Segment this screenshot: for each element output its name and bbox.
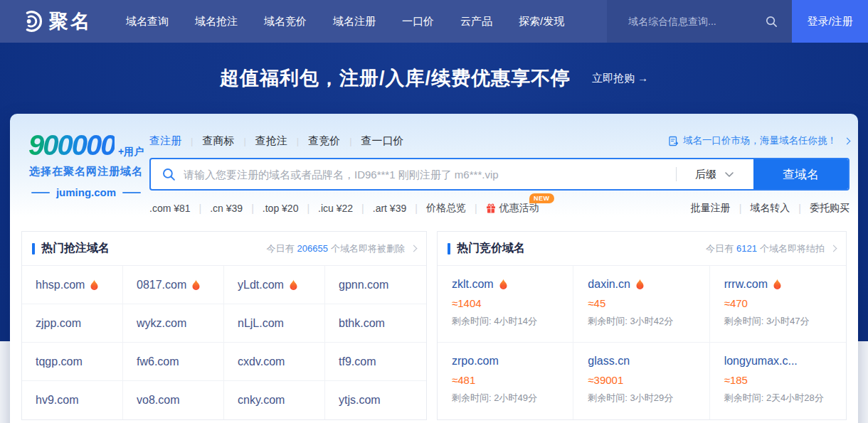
tab-check-trademark[interactable]: 查商标 — [202, 134, 234, 148]
auction-price: ≈185 — [724, 374, 842, 386]
user-count: 900000 — [28, 129, 115, 161]
grab-domain-cell[interactable]: hhsp.com — [22, 266, 123, 304]
grab-domain-cell[interactable]: wykz.com — [123, 304, 224, 343]
grab-domain-cell[interactable]: vo8.com — [123, 381, 224, 419]
separator: | — [798, 203, 801, 214]
flame-icon — [289, 279, 298, 291]
grab-domain-cell[interactable]: tf9.com — [325, 343, 426, 381]
navbar-search-box[interactable] — [607, 0, 792, 43]
price-link-icu[interactable]: .icu ¥22 — [318, 203, 353, 214]
grab-domain-cell[interactable]: gpnn.com — [325, 266, 426, 304]
grab-domain-cell[interactable]: bthk.com — [325, 304, 426, 343]
fixed-price-market-link[interactable]: 域名一口价市场，海量域名任你挑！ — [668, 134, 850, 147]
banner-cta-link[interactable]: 立即抢购 → — [592, 72, 648, 85]
grab-domain-cell[interactable]: tqgp.com — [22, 343, 123, 381]
grab-domain-cell[interactable]: zjpp.com — [22, 304, 123, 343]
juming-logo[interactable]: 聚名 — [18, 9, 92, 34]
promo-activity-link[interactable]: 优惠活动 NEW — [486, 202, 539, 215]
grab-domain-cell[interactable]: ytjs.com — [325, 381, 426, 419]
search-tabs: 查注册 | 查商标 | 查抢注 | 查竞价 | 查一口价 — [149, 132, 850, 149]
suffix-label: 后缀 — [695, 168, 716, 181]
user-stats: 900000 +用户 选择在聚名网注册域名 juming.com — [26, 131, 147, 198]
meta-prefix: 今日有 — [706, 242, 734, 255]
auction-domain-grid: zklt.com ≈1404 剩余时间: 4小时14分 daxin.cn ≈45… — [438, 266, 846, 419]
flame-icon — [773, 279, 782, 290]
nav-item-explore[interactable]: 探索/发现 — [519, 15, 564, 28]
nav-item-domain-register[interactable]: 域名注册 — [333, 15, 376, 28]
market-link-text: 域名一口价市场，海量域名任你挑！ — [683, 134, 837, 147]
nav-item-fixed-price[interactable]: 一口价 — [402, 15, 434, 28]
domain-label: yLdt.com — [238, 279, 284, 291]
separator: | — [307, 203, 309, 214]
domain-label: hhsp.com — [36, 279, 85, 291]
grab-domain-cell[interactable]: hv9.com — [22, 381, 123, 419]
domain-label: nLjL.com — [238, 317, 284, 330]
nav-item-domain-grab[interactable]: 域名抢注 — [195, 15, 238, 28]
hot-grab-panel-header: 热门抢注域名 今日有 206655 个域名即将被删除 — [22, 232, 426, 266]
auction-domain-cell[interactable]: zklt.com ≈1404 剩余时间: 4小时14分 — [438, 266, 573, 343]
grab-domain-cell[interactable]: nLjL.com — [224, 304, 325, 343]
hot-grab-panel: 热门抢注域名 今日有 206655 个域名即将被删除 hhsp.com 0817… — [21, 231, 427, 420]
flame-icon — [499, 279, 508, 290]
grab-domain-cell[interactable]: yLdt.com — [224, 266, 325, 304]
nav-item-domain-auction[interactable]: 域名竞价 — [264, 15, 307, 28]
grab-domain-cell[interactable]: cxdv.com — [224, 343, 325, 381]
title-accent-bar — [32, 243, 35, 255]
tab-check-auction[interactable]: 查竞价 — [308, 134, 340, 148]
auction-time-left: 剩余时间: 2小时49分 — [452, 392, 568, 405]
separator: | — [361, 203, 364, 214]
domain-search-input[interactable] — [184, 168, 676, 181]
nav-item-domain-query[interactable]: 域名查询 — [126, 15, 169, 28]
juming-logo-icon — [18, 9, 43, 33]
price-link-art[interactable]: .art ¥39 — [373, 203, 406, 214]
auction-price: ≈1404 — [452, 297, 568, 309]
domain-label: 0817.com — [137, 279, 186, 291]
auction-time-left: 剩余时间: 4小时14分 — [452, 315, 568, 328]
auction-domain-cell[interactable]: zrpo.com ≈481 剩余时间: 2小时49分 — [438, 343, 573, 419]
price-link-cn[interactable]: .cn ¥39 — [210, 203, 243, 214]
price-overview-link[interactable]: 价格总览 — [426, 202, 466, 215]
delete-count-link[interactable]: 今日有 206655 个域名即将被删除 — [267, 242, 416, 255]
hot-grab-title: 热门抢注域名 — [41, 241, 110, 256]
domain-label: fw6.com — [137, 355, 179, 368]
domain-search-bar: 后缀 查域名 — [149, 158, 850, 191]
stats-tagline: 选择在聚名网注册域名 — [26, 165, 147, 178]
entrusted-purchase-link[interactable]: 委托购买 — [810, 202, 850, 215]
separator: | — [475, 203, 477, 214]
search-icon — [162, 168, 176, 181]
user-count-suffix: +用户 — [118, 146, 144, 157]
search-domain-button[interactable]: 查域名 — [753, 158, 848, 191]
auction-domain-cell[interactable]: longyumax.c... ≈185 剩余时间: 2天4小时28分 — [710, 343, 846, 419]
auction-domain-cell[interactable]: rrrw.com ≈470 剩余时间: 3小时47分 — [710, 266, 846, 343]
chevron-down-icon — [725, 172, 734, 177]
auction-time-left: 剩余时间: 3小时47分 — [724, 315, 842, 328]
price-link-top[interactable]: .top ¥20 — [263, 203, 299, 214]
card-top: 900000 +用户 选择在聚名网注册域名 juming.com 查注册 | 查… — [10, 114, 858, 215]
chevron-right-icon — [830, 245, 837, 252]
search-icon[interactable] — [766, 16, 778, 28]
nav-item-cloud-products[interactable]: 云产品 — [460, 15, 492, 28]
chevron-right-icon — [411, 245, 418, 252]
domain-label: glass.cn — [588, 355, 630, 368]
auction-domain-cell[interactable]: glass.cn ≈39001 剩余时间: 3小时29分 — [573, 343, 709, 419]
tab-check-fixed-price[interactable]: 查一口价 — [361, 134, 404, 148]
auction-domain-cell[interactable]: daxin.cn ≈45 剩余时间: 3小时42分 — [573, 266, 709, 343]
grab-domain-grid: hhsp.com 0817.com yLdt.com gpnn.com zjpp… — [22, 266, 426, 419]
auction-count-link[interactable]: 今日有 6121 个域名即将结拍 — [706, 242, 836, 255]
tab-check-grab[interactable]: 查抢注 — [255, 134, 287, 148]
domain-transfer-link[interactable]: 域名转入 — [750, 202, 790, 215]
grab-domain-cell[interactable]: 0817.com — [123, 266, 224, 304]
grab-domain-cell[interactable]: cnky.com — [224, 381, 325, 419]
suffix-dropdown[interactable]: 后缀 — [677, 168, 753, 181]
grab-domain-cell[interactable]: fw6.com — [123, 343, 224, 381]
domain-label: zrpo.com — [452, 355, 499, 368]
bulk-register-link[interactable]: 批量注册 — [691, 202, 731, 215]
domain-label: rrrw.com — [724, 278, 768, 291]
login-register-button[interactable]: 登录/注册 — [792, 0, 868, 43]
tab-check-register[interactable]: 查注册 — [149, 134, 181, 148]
stats-site: juming.com — [26, 186, 147, 198]
price-link-com[interactable]: .com ¥81 — [149, 203, 191, 214]
domain-label: daxin.cn — [588, 278, 630, 291]
navbar-search-input[interactable] — [628, 16, 766, 27]
gift-icon — [486, 203, 496, 213]
